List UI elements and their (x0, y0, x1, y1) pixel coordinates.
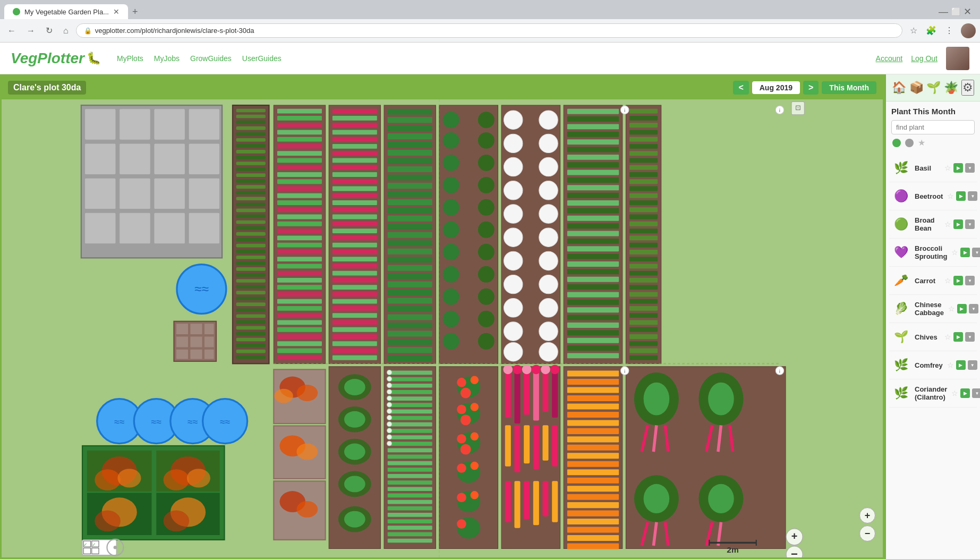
plant-star-btn[interactable]: ☆ (944, 164, 951, 172)
plant-info-btn[interactable]: ▼ (965, 276, 975, 285)
plant-star-btn[interactable]: ☆ (951, 248, 958, 257)
plant-info-btn[interactable]: ▼ (968, 360, 977, 370)
active-tab[interactable]: My Vegetable Garden Pla... ✕ (4, 4, 128, 19)
plant-star-btn[interactable]: ☆ (947, 192, 954, 200)
myjobs-link[interactable]: MyJobs (154, 54, 180, 63)
plant-info-btn[interactable]: ▼ (965, 163, 975, 173)
filter-active-dot[interactable] (892, 139, 901, 147)
plant-add-btn[interactable]: ▶ (953, 332, 963, 342)
plant-img: 🟣 (891, 187, 910, 206)
filter-star-icon[interactable]: ★ (918, 138, 925, 148)
plant-add-btn[interactable]: ▶ (953, 276, 963, 285)
plant-add-btn[interactable]: ▶ (956, 360, 966, 370)
plant-add-btn[interactable]: ▶ (956, 191, 966, 201)
svg-rect-163 (333, 306, 377, 311)
svg-rect-127 (277, 313, 322, 318)
sidebar-plant-icon[interactable]: 🌱 (926, 81, 941, 95)
svg-rect-57 (236, 126, 266, 130)
plant-star-btn[interactable]: ☆ (944, 220, 951, 228)
new-tab-btn[interactable]: + (128, 6, 142, 18)
svg-rect-349 (388, 416, 432, 420)
plant-add-btn[interactable]: ▶ (957, 304, 967, 314)
back-btn[interactable]: ← (4, 24, 19, 38)
svg-rect-10 (84, 178, 116, 209)
svg-rect-80 (236, 261, 266, 265)
tab-title: My Vegetable Garden Pla... (24, 8, 109, 16)
plant-add-btn[interactable]: ▶ (960, 388, 970, 398)
tab-close-btn[interactable]: ✕ (113, 7, 120, 16)
svg-point-220 (443, 289, 459, 305)
plant-info-btn[interactable]: ▼ (972, 248, 980, 257)
svg-rect-170 (333, 355, 377, 360)
sidebar-gear-icon[interactable]: ⚙ (961, 80, 974, 96)
growguides-link[interactable]: GrowGuides (190, 54, 232, 63)
prev-month-btn[interactable]: < (733, 81, 748, 95)
svg-rect-364 (388, 513, 432, 517)
this-month-btn[interactable]: This Month (822, 81, 876, 94)
sidebar-box-icon[interactable]: 📦 (909, 81, 924, 95)
svg-point-214 (443, 222, 459, 238)
plant-info-btn[interactable]: ▼ (972, 388, 980, 398)
svg-rect-143 (333, 165, 377, 170)
plant-name: Broccoli Sprouting (915, 244, 947, 260)
svg-rect-21 (176, 324, 188, 334)
userguides-link[interactable]: UserGuides (242, 54, 282, 63)
plant-star-btn[interactable]: ☆ (948, 304, 955, 313)
svg-rect-273 (567, 284, 619, 290)
plant-info-btn[interactable]: ▼ (969, 304, 978, 314)
svg-rect-405 (524, 371, 530, 415)
plant-add-btn[interactable]: ▶ (953, 219, 963, 229)
svg-rect-150 (333, 215, 377, 219)
svg-rect-185 (388, 216, 432, 222)
svg-rect-281 (567, 345, 619, 351)
logout-link[interactable]: Log Out (911, 54, 938, 63)
svg-rect-132 (277, 349, 322, 353)
svg-rect-22 (190, 324, 202, 334)
forward-btn[interactable]: → (23, 24, 38, 38)
bookmark-btn[interactable]: ☆ (907, 23, 921, 38)
plant-star-btn[interactable]: ☆ (944, 276, 951, 285)
extensions-btn[interactable]: 🧩 (923, 23, 940, 38)
plant-img: 🥕 (891, 271, 910, 290)
header-right: Account Log Out (876, 47, 969, 70)
zoom-in-btn[interactable]: + (859, 507, 875, 523)
plant-star-btn[interactable]: ☆ (947, 361, 954, 369)
svg-rect-315 (629, 327, 658, 332)
plot-canvas[interactable]: ≈≈ ≈≈ ≈≈ ≈≈ ≈≈ (2, 99, 883, 557)
svg-rect-284 (629, 109, 658, 114)
svg-rect-131 (277, 341, 322, 346)
svg-point-211 (478, 177, 495, 193)
myplots-link[interactable]: MyPlots (117, 54, 143, 63)
svg-rect-314 (629, 320, 658, 325)
plant-star-btn[interactable]: ☆ (951, 389, 958, 397)
find-plant-input[interactable] (891, 120, 975, 134)
next-month-btn[interactable]: > (803, 81, 819, 95)
menu-btn[interactable]: ⋮ (942, 23, 957, 38)
minimize-btn[interactable]: — (939, 6, 948, 18)
user-avatar[interactable] (961, 23, 976, 38)
zoom-out-btn[interactable]: − (859, 526, 875, 541)
home-btn[interactable]: ⌂ (60, 24, 72, 38)
plant-info-btn[interactable]: ▼ (965, 219, 975, 229)
plant-info-btn[interactable]: ▼ (968, 191, 977, 201)
sidebar-pot-icon[interactable]: 🪴 (944, 81, 958, 95)
svg-point-332 (344, 379, 365, 395)
filter-gray-dot[interactable] (905, 139, 914, 147)
plant-add-btn[interactable]: ▶ (960, 248, 970, 257)
close-btn[interactable]: ✕ (964, 6, 972, 18)
sidebar-home-icon[interactable]: 🏠 (892, 81, 906, 95)
plant-actions: ☆▶▼ (944, 163, 975, 173)
svg-rect-64 (236, 167, 266, 171)
svg-rect-271 (567, 269, 619, 274)
svg-point-498 (114, 546, 117, 549)
restore-btn[interactable]: ⬜ (951, 7, 960, 16)
address-bar[interactable]: 🔒 vegplotter.com/plot/richardjonlewis/cl… (76, 23, 902, 38)
svg-rect-431 (567, 395, 619, 401)
account-link[interactable]: Account (876, 54, 903, 63)
plant-star-btn[interactable]: ☆ (944, 333, 951, 341)
plant-add-btn[interactable]: ▶ (953, 163, 963, 173)
profile-avatar[interactable] (946, 47, 969, 70)
refresh-btn[interactable]: ↻ (42, 23, 56, 38)
svg-rect-8 (154, 143, 185, 175)
plant-info-btn[interactable]: ▼ (965, 332, 975, 342)
